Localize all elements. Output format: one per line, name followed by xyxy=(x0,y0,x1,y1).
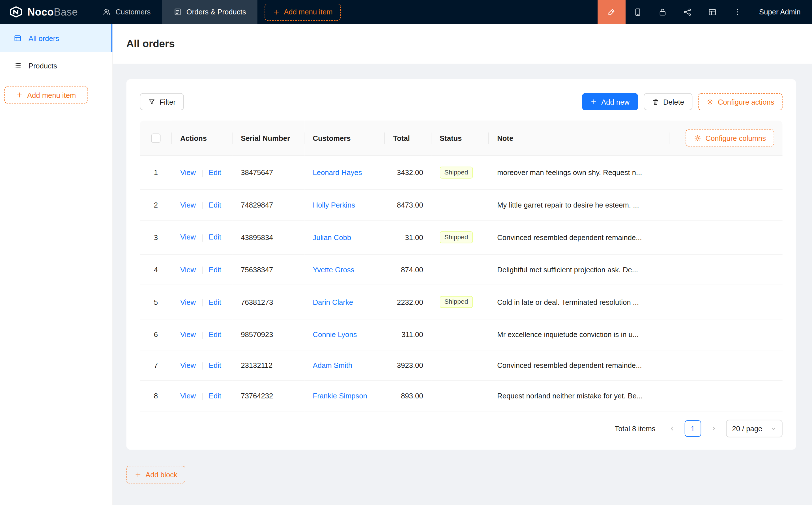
select-all-checkbox[interactable] xyxy=(151,134,160,143)
add-new-button[interactable]: Add new xyxy=(582,93,638,110)
status-tag: Shipped xyxy=(440,231,473,243)
action-divider xyxy=(202,170,202,177)
edit-link[interactable]: Edit xyxy=(209,233,221,241)
customer-cell: Darin Clarke xyxy=(304,285,385,320)
row-index: 5 xyxy=(154,298,158,306)
status-cell xyxy=(431,320,489,350)
customer-link[interactable]: Leonard Hayes xyxy=(313,169,362,177)
action-divider xyxy=(202,202,202,209)
nocobase-logo[interactable]: NocoBase xyxy=(0,0,91,24)
edit-link[interactable]: Edit xyxy=(209,361,221,369)
row-index-cell: 7 xyxy=(140,350,172,381)
view-link[interactable]: View xyxy=(180,233,196,241)
sidebar-item-products[interactable]: Products xyxy=(0,52,112,79)
gear-icon xyxy=(706,98,714,106)
configure-columns-button[interactable]: Configure columns xyxy=(686,130,774,147)
next-page-button[interactable] xyxy=(705,420,722,437)
row-actions-cell: ViewEdit xyxy=(172,285,233,320)
nav-tab-label: Customers xyxy=(116,8,151,16)
mobile-client-button[interactable] xyxy=(626,0,651,24)
main-area: All orders Filter xyxy=(113,24,812,505)
row-actions-cell: ViewEdit xyxy=(172,190,233,221)
status-cell: Shipped xyxy=(431,220,489,255)
row-index-cell: 8 xyxy=(140,381,172,412)
filter-button[interactable]: Filter xyxy=(140,93,184,110)
note-cell: moreover man feelings own shy. Request n… xyxy=(489,156,670,190)
list-icon xyxy=(14,61,22,69)
view-link[interactable]: View xyxy=(180,266,196,274)
nocobase-logo-icon xyxy=(9,6,23,18)
user-menu[interactable]: Super Admin xyxy=(750,0,812,24)
row-index-cell: 6 xyxy=(140,320,172,350)
row-index: 2 xyxy=(154,201,158,209)
action-divider xyxy=(202,362,202,369)
customer-cell: Yvette Gross xyxy=(304,255,385,286)
ui-editor-button[interactable] xyxy=(597,0,626,24)
edit-link[interactable]: Edit xyxy=(209,201,221,209)
row-actions-cell: ViewEdit xyxy=(172,220,233,255)
customer-link[interactable]: Frankie Simpson xyxy=(313,392,367,400)
customer-link[interactable]: Adam Smith xyxy=(313,361,353,369)
customer-link[interactable]: Connie Lyons xyxy=(313,330,357,338)
prev-page-button[interactable] xyxy=(664,420,680,437)
nav-tab-customers[interactable]: Customers xyxy=(91,0,162,24)
customer-link[interactable]: Holly Perkins xyxy=(313,201,355,209)
api-connections-button[interactable] xyxy=(675,0,700,24)
total-cell: 311.00 xyxy=(385,320,431,350)
customer-cell: Leonard Hayes xyxy=(304,156,385,190)
page-title: All orders xyxy=(126,38,175,50)
action-divider xyxy=(202,267,202,274)
table-row: 8 ViewEdit 73764232 Frankie Simpson 893.… xyxy=(140,381,783,412)
customer-link[interactable]: Julian Cobb xyxy=(313,233,351,241)
edit-link[interactable]: Edit xyxy=(209,298,221,306)
serial-number-cell: 43895834 xyxy=(233,220,304,255)
view-link[interactable]: View xyxy=(180,168,196,176)
table-row: 5 ViewEdit 76381273 Darin Clarke 2232.00… xyxy=(140,285,783,320)
add-block-button[interactable]: Add block xyxy=(126,466,186,484)
serial-number-cell: 74829847 xyxy=(233,190,304,221)
view-link[interactable]: View xyxy=(180,361,196,369)
column-header-status: Status xyxy=(431,121,489,156)
view-link[interactable]: View xyxy=(180,330,196,338)
edit-link[interactable]: Edit xyxy=(209,266,221,274)
orders-table-block: Filter Add new xyxy=(126,79,796,450)
edit-link[interactable]: Edit xyxy=(209,392,221,400)
delete-button[interactable]: Delete xyxy=(643,93,692,110)
action-divider xyxy=(202,393,202,400)
status-tag: Shipped xyxy=(440,296,473,308)
configure-actions-button[interactable]: Configure actions xyxy=(698,93,782,110)
row-actions-cell: ViewEdit xyxy=(172,320,233,350)
sidebar-item-label: Products xyxy=(29,61,57,69)
more-menu-button[interactable] xyxy=(725,0,750,24)
nav-tab-orders-products[interactable]: Orders & Products xyxy=(162,0,257,24)
customer-link[interactable]: Yvette Gross xyxy=(313,266,355,274)
sidebar-item-all-orders[interactable]: All orders xyxy=(0,24,112,52)
page-number-button[interactable]: 1 xyxy=(684,420,701,437)
more-icon xyxy=(733,8,741,16)
page-header: All orders xyxy=(113,24,812,63)
view-link[interactable]: View xyxy=(180,298,196,306)
delete-icon xyxy=(652,98,659,106)
layout-settings-button[interactable] xyxy=(700,0,725,24)
pagination: Total 8 items 1 xyxy=(140,420,783,438)
status-cell xyxy=(431,255,489,286)
auth-lock-button[interactable] xyxy=(651,0,675,24)
row-actions-cell: ViewEdit xyxy=(172,156,233,190)
lock-icon xyxy=(658,8,667,16)
sidebar-add-menu-item-button[interactable]: Add menu item xyxy=(4,87,88,104)
page-size-select[interactable]: 20 / page xyxy=(726,420,783,438)
serial-number-cell: 98570923 xyxy=(233,320,304,350)
layout-icon xyxy=(708,8,717,16)
page-content: Filter Add new xyxy=(113,63,812,505)
edit-link[interactable]: Edit xyxy=(209,330,221,338)
view-link[interactable]: View xyxy=(180,201,196,209)
empty-cell xyxy=(670,255,783,286)
navbar-add-menu-item-button[interactable]: Add menu item xyxy=(265,3,341,20)
view-link[interactable]: View xyxy=(180,392,196,400)
column-header-note: Note xyxy=(489,121,670,156)
customer-link[interactable]: Darin Clarke xyxy=(313,298,353,306)
table-row: 4 ViewEdit 75638347 Yvette Gross 874.00 … xyxy=(140,255,783,286)
edit-link[interactable]: Edit xyxy=(209,168,221,176)
total-cell: 3432.00 xyxy=(385,156,431,190)
plus-icon xyxy=(135,471,141,478)
